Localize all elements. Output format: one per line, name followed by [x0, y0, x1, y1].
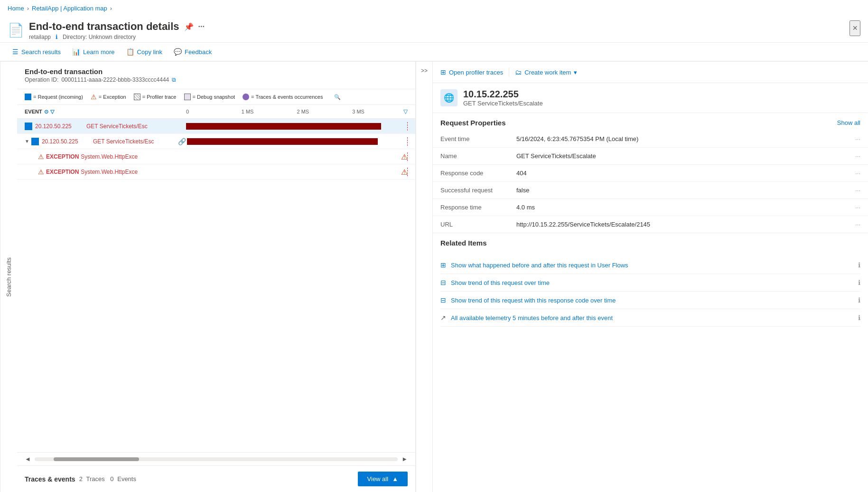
prop-menu-successful-request[interactable]: ··· — [848, 182, 868, 199]
filter-icon[interactable]: ⊙ — [44, 109, 48, 115]
breadcrumb-sep2: › — [110, 5, 112, 12]
table-row[interactable]: ⚠ EXCEPTION System.Web.HttpExce ⚠ — [17, 149, 415, 164]
bar-cell-1 — [186, 122, 408, 131]
prop-key-url: URL — [433, 216, 509, 233]
copy-link-button[interactable]: 📋 Copy link — [121, 46, 167, 58]
table-row[interactable]: ⚠ EXCEPTION System.Web.HttpExce ⚠ — [17, 164, 415, 180]
warning-marker-3: ⚠ — [401, 152, 408, 161]
scroll-track[interactable] — [35, 457, 398, 461]
info-icon-4: ℹ — [858, 314, 860, 322]
header-subtitle: retailapp ℹ Directory: Unknown directory — [29, 34, 849, 40]
breadcrumb-home[interactable]: Home — [8, 5, 24, 12]
pin-icon[interactable]: 📌 — [184, 22, 194, 31]
related-items-title: Related Items — [433, 233, 868, 251]
view-all-button[interactable]: View all ▲ — [358, 472, 408, 486]
search-results-button[interactable]: ☰ Search results — [8, 46, 65, 58]
breadcrumb-sep1: › — [27, 5, 29, 12]
list-item[interactable]: ⊟ Show trend of this request with this r… — [440, 292, 860, 309]
feedback-button[interactable]: 💬 Feedback — [169, 46, 216, 58]
warning-icon-3: ⚠ — [38, 153, 44, 161]
legend-request: = Request (incoming) — [25, 94, 83, 100]
close-button[interactable]: × — [849, 20, 860, 36]
scroll-thumb[interactable] — [54, 457, 139, 461]
toolbar-divider — [509, 67, 509, 77]
right-panel-toolbar: ⊞ Open profiler traces 🗂 Create work ite… — [433, 62, 868, 83]
dashed-line — [407, 152, 408, 161]
legend-profiler-icon — [134, 94, 140, 100]
row-method-2: GET ServiceTickets/Esc — [93, 138, 176, 145]
related-item-icon-3: ⊟ — [440, 296, 446, 304]
link-icon[interactable]: 🔗 — [178, 138, 186, 145]
feedback-icon: 💬 — [174, 48, 182, 56]
prop-menu-url[interactable]: ··· — [848, 216, 868, 233]
create-work-item-button[interactable]: 🗂 Create work item ▾ — [515, 68, 577, 76]
right-panel-toggle[interactable]: >> — [416, 62, 433, 492]
footer-bar: Traces & events 2 Traces 0 Events View a… — [17, 465, 415, 492]
legend-traces: = Traces & events occurrences — [243, 94, 323, 100]
search-icon[interactable]: 🔍 — [334, 94, 341, 100]
page-title: End-to-end transaction details 📌 ··· — [29, 20, 849, 33]
event-cell-1: 20.120.50.225 GET ServiceTickets/Esc — [25, 123, 186, 130]
dashed-line — [407, 137, 408, 146]
show-all-link[interactable]: Show all — [837, 119, 860, 126]
filter-icon-2[interactable]: ▽ — [50, 109, 54, 115]
bar-cell-3: ⚠ — [199, 152, 408, 161]
table-row: Response code 404 ··· — [433, 165, 868, 182]
legend-profiler: = Profiler trace — [134, 94, 177, 100]
request-header: 🌐 10.15.22.255 GET ServiceTickets/Escala… — [433, 83, 868, 113]
request-bar-1 — [186, 123, 381, 130]
toolbar: ☰ Search results 📊 Learn more 📋 Copy lin… — [0, 43, 868, 61]
event-cell-2: ▼ 20.120.50.225 GET ServiceTickets/Esc 🔗 — [25, 138, 186, 145]
prop-key-name: Name — [433, 148, 509, 165]
filter-right-icon[interactable]: ▽ — [403, 108, 408, 115]
list-item[interactable]: ⊟ Show trend of this request over time ℹ — [440, 274, 860, 292]
related-items-list: ⊞ Show what happened before and after th… — [433, 251, 868, 332]
page-header-icon: 📄 — [8, 22, 24, 38]
prop-val-response-code: 404 — [509, 165, 848, 182]
profiler-icon: ⊞ — [440, 68, 446, 76]
time-marker-3: 3 MS — [352, 109, 364, 114]
table-row[interactable]: 20.120.50.225 GET ServiceTickets/Esc — [17, 119, 415, 134]
table-row: Event time 5/16/2024, 6:23:45.7675354 PM… — [433, 131, 868, 148]
event-cell-3: ⚠ EXCEPTION System.Web.HttpExce — [38, 153, 199, 161]
legend-debug-icon — [184, 94, 191, 100]
bar-cell-4: ⚠ — [199, 168, 408, 176]
footer-traces-info: Traces & events 2 Traces 0 Events — [25, 475, 136, 483]
list-icon: ☰ — [12, 48, 19, 56]
more-options-icon[interactable]: ··· — [198, 22, 205, 31]
traces-count: 2 Traces 0 Events — [79, 475, 136, 483]
chevron-up-icon: ▲ — [392, 475, 398, 483]
page-header: 📄 End-to-end transaction details 📌 ··· r… — [0, 17, 868, 43]
list-item[interactable]: ↗ All available telemetry 5 minutes befo… — [440, 309, 860, 327]
breadcrumb-app[interactable]: RetailApp | Application map — [32, 5, 107, 12]
prop-menu-response-time[interactable]: ··· — [848, 199, 868, 216]
sidebar-search-results-tab[interactable]: Search results — [0, 62, 17, 492]
list-item[interactable]: ⊞ Show what happened before and after th… — [440, 256, 860, 274]
event-column-header: EVENT ⊙ ▽ — [25, 109, 186, 115]
exception-class-4: System.Web.HttpExce — [81, 169, 199, 175]
prop-val-url: http://10.15.22.255/ServiceTickets/Escal… — [509, 216, 848, 233]
copy-operation-id-icon[interactable]: ⧉ — [172, 76, 176, 83]
table-row: Name GET ServiceTickets/Escalate ··· — [433, 148, 868, 165]
table-row[interactable]: ▼ 20.120.50.225 GET ServiceTickets/Esc 🔗 — [17, 134, 415, 149]
legend-traces-icon — [243, 94, 249, 100]
prop-menu-response-code[interactable]: ··· — [848, 165, 868, 182]
prop-menu-event-time[interactable]: ··· — [848, 131, 868, 148]
prop-menu-name[interactable]: ··· — [848, 148, 868, 165]
related-item-text-2: Show trend of this request over time — [451, 279, 853, 286]
right-panel: ⊞ Open profiler traces 🗂 Create work ite… — [433, 62, 868, 492]
row-ip-1: 20.120.50.225 — [35, 123, 83, 130]
scroll-right-arrow[interactable]: ► — [401, 455, 408, 463]
transaction-title: End-to-end transaction — [25, 67, 408, 76]
request-bar-2 — [187, 138, 378, 145]
operation-id: Operation ID: 00001111-aaaa-2222-bbbb-33… — [25, 76, 408, 83]
properties-table: Event time 5/16/2024, 6:23:45.7675354 PM… — [433, 131, 868, 233]
request-icon-2 — [31, 138, 39, 145]
scroll-left-arrow[interactable]: ◄ — [25, 455, 31, 463]
info-icon: ℹ — [56, 34, 58, 40]
open-profiler-button[interactable]: ⊞ Open profiler traces — [440, 68, 503, 76]
info-icon-1: ℹ — [858, 261, 860, 269]
table-row: URL http://10.15.22.255/ServiceTickets/E… — [433, 216, 868, 233]
collapse-icon[interactable]: ▼ — [25, 139, 29, 144]
learn-more-button[interactable]: 📊 Learn more — [67, 46, 119, 58]
